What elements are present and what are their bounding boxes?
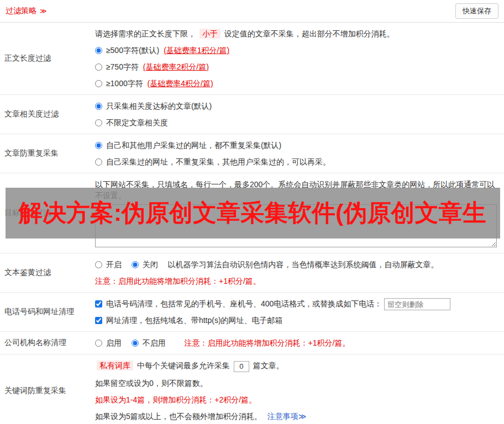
row-dedup-filter: 文章防重复采集 自己和其他用户采集过的网址，都不重复采集(默认) 自己采集过的网…	[0, 134, 504, 173]
chevron-down-icon: ≫	[298, 412, 307, 421]
less-than-badge: 小于	[200, 29, 221, 39]
radio-1000[interactable]	[95, 80, 102, 87]
radio-label: 自己采集过的网址，不重复采集，其他用户采集过的，可以再采。	[106, 157, 330, 166]
radio-option-relevance-default[interactable]: 只采集相关度达标的文章(默认)	[95, 100, 500, 112]
rate-note: (基础费率4积分/篇)	[148, 79, 213, 88]
radio-option-porn-on[interactable]: 开启	[95, 260, 124, 269]
chevron-down-icon: ≫	[40, 7, 47, 15]
rate-note: (基础费率1积分/篇)	[164, 46, 229, 55]
radio-label: 不限定文章相关度	[106, 118, 168, 127]
row-label-porn-filter: 文本鉴黄过滤	[0, 253, 95, 292]
row-length-filter: 正文长度过滤 请选择需求的正文长度下限， 小于 设定值的文章不采集，超出部分不增…	[0, 23, 504, 95]
row-label-length-filter: 正文长度过滤	[0, 23, 95, 94]
porn-filter-cost-note: 注意：启用此功能将增加积分消耗：+1积分/篇。	[95, 275, 500, 287]
replacement-phone-input[interactable]	[384, 298, 450, 310]
blocked-domains-textarea[interactable]	[95, 204, 497, 247]
row-label-relevance-filter: 文章相关度过滤	[0, 95, 95, 134]
radio-label: ≥750字符	[106, 62, 139, 71]
radio-relevance-default[interactable]	[95, 103, 102, 110]
checkbox-label: 网址清理，包括纯域名、带http(s)的网址、电子邮箱	[106, 316, 283, 325]
radio-option-1000[interactable]: ≥1000字符 (基础费率4积分/篇)	[95, 78, 500, 89]
keyword-limit-text: 中每个关键词最多允许采集	[137, 361, 230, 370]
filter-settings-page: 过滤策略 ≫ 快速保存 正文长度过滤 请选择需求的正文长度下限， 小于 设定值的…	[0, 0, 504, 424]
radio-label: 不启用	[143, 338, 166, 347]
rate-note: (基础费率2积分/篇)	[143, 62, 209, 71]
row-url-filter: 目标网址过滤 以下网站不采集，只填域名，每行一个，最多200个。系统会自动识别并…	[0, 173, 504, 253]
row-label-company-clean: 公司机构名称清理	[0, 332, 95, 354]
row-label-dedup-filter: 文章防重复采集	[0, 134, 95, 173]
checkbox-option-phone-clean[interactable]: 电话号码清理，包括常见的手机号、座机号、400电话格式，或替换成如下电话：	[95, 299, 384, 308]
radio-porn-on[interactable]	[95, 261, 102, 268]
row-phone-url-clean: 电话号码和网址清理 电话号码清理，包括常见的手机号、座机号、400电话格式，或替…	[0, 293, 504, 332]
radio-label: 启用	[106, 338, 122, 347]
radio-label: 自己和其他用户采集过的网址，都不重复采集(默认)	[106, 141, 281, 150]
keyword-limit-input[interactable]	[234, 361, 249, 372]
radio-porn-off[interactable]	[132, 261, 139, 268]
intro-text-after: 设定值的文章不采集，超出部分不增加积分消耗。	[224, 29, 395, 38]
radio-500[interactable]	[95, 47, 102, 54]
length-filter-intro: 请选择需求的正文长度下限， 小于 设定值的文章不采集，超出部分不增加积分消耗。	[95, 28, 500, 39]
checkbox-option-url-clean[interactable]: 网址清理，包括纯域名、带http(s)的网址、电子邮箱	[95, 316, 283, 325]
keyword-note-zero: 如果留空或设为0，则不限篇数。	[95, 378, 500, 389]
row-relevance-filter: 文章相关度过滤 只采集相关度达标的文章(默认) 不限定文章相关度	[0, 95, 504, 134]
radio-company-on[interactable]	[95, 340, 102, 347]
radio-label: 开启	[106, 260, 122, 269]
radio-company-off[interactable]	[132, 340, 139, 347]
row-label-keyword-dedup: 关键词防重复采集	[0, 354, 95, 424]
quick-save-button[interactable]: 快速保存	[455, 3, 498, 19]
radio-750[interactable]	[95, 63, 102, 71]
company-clean-cost-note: 注意：启用此功能将增加积分消耗：+1积分/篇。	[185, 338, 350, 347]
row-keyword-dedup: 关键词防重复采集 私有词库 中每个关键词最多允许采集 篇文章。 如果留空或设为0…	[0, 354, 504, 424]
radio-label: ≥1000字符	[106, 79, 143, 88]
row-label-phone-url-clean: 电话号码和网址清理	[0, 293, 95, 331]
private-lexicon-badge: 私有词库	[97, 361, 133, 370]
radio-relevance-any[interactable]	[95, 119, 102, 126]
keyword-note-5plus: 如果设为5篇或以上，也不会额外增加积分消耗。	[95, 412, 262, 421]
radio-option-750[interactable]: ≥750字符 (基础费率2积分/篇)	[95, 61, 500, 72]
checkbox-label: 电话号码清理，包括常见的手机号、座机号、400电话格式，或替换成如下电话：	[106, 299, 382, 308]
radio-dedup-all[interactable]	[95, 142, 102, 149]
radio-label: 关闭	[143, 260, 158, 269]
porn-filter-description: 以机器学习算法自动识别色情内容，当色情概率达到系统阈值，自动屏蔽文章。	[168, 260, 439, 269]
url-filter-description: 以下网站不采集，只填域名，每行一个，最多200个。系统会自动识别并屏蔽那些非文章…	[95, 179, 497, 201]
radio-option-company-on[interactable]: 启用	[95, 338, 124, 347]
notice-link-text: 注意事项	[267, 412, 298, 421]
page-title: 过滤策略	[6, 6, 36, 15]
checkbox-phone-clean[interactable]	[95, 300, 102, 308]
radio-option-dedup-all[interactable]: 自己和其他用户采集过的网址，都不重复采集(默认)	[95, 140, 500, 151]
radio-option-company-off[interactable]: 不启用	[132, 338, 168, 347]
radio-option-porn-off[interactable]: 关闭	[132, 260, 160, 269]
keyword-note-1-4: 如果设为1-4篇，则增加积分消耗：+2积分/篇。	[95, 394, 500, 405]
checkbox-url-clean[interactable]	[95, 317, 102, 324]
header-bar: 过滤策略 ≫ 快速保存	[0, 0, 504, 23]
radio-label: 只采集相关度达标的文章(默认)	[106, 102, 212, 110]
row-porn-filter: 文本鉴黄过滤 开启 关闭 以机器学习算法自动识别色情内容，当色情概率达到系统阈值…	[0, 253, 504, 293]
radio-option-dedup-self[interactable]: 自己采集过的网址，不重复采集，其他用户采集过的，可以再采。	[95, 156, 500, 167]
row-label-url-filter: 目标网址过滤	[0, 173, 95, 253]
notice-link[interactable]: 注意事项≫	[267, 412, 307, 421]
filter-strategy-toggle[interactable]: 过滤策略 ≫	[6, 6, 46, 16]
radio-label: ≥500字符(默认)	[106, 46, 159, 55]
keyword-limit-suffix: 篇文章。	[253, 361, 284, 370]
radio-option-relevance-any[interactable]: 不限定文章相关度	[95, 117, 500, 128]
row-company-clean: 公司机构名称清理 启用 不启用 注意：启用此功能将增加积分消耗：+1积分/篇。	[0, 332, 504, 354]
radio-option-500[interactable]: ≥500字符(默认) (基础费率1积分/篇)	[95, 45, 500, 56]
radio-dedup-self[interactable]	[95, 158, 102, 166]
intro-text-before: 请选择需求的正文长度下限，	[95, 29, 196, 38]
